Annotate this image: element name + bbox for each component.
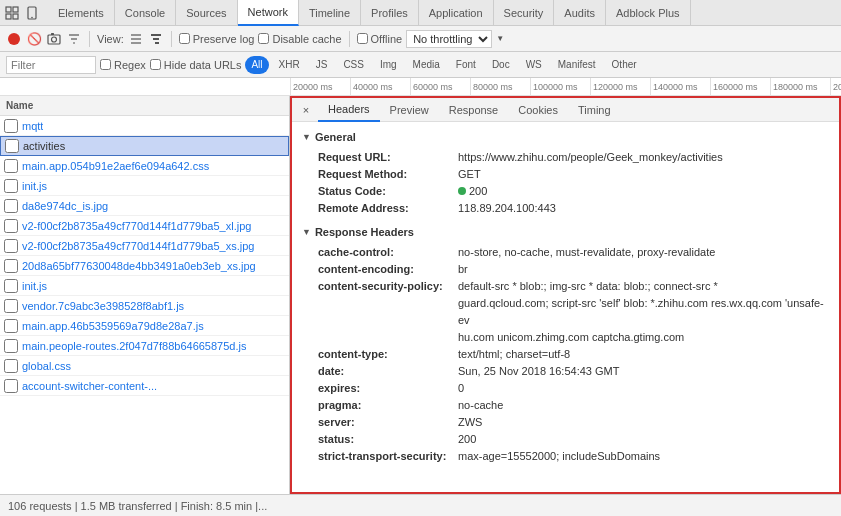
list-item[interactable]: v2-f00cf2b8735a49cf770d144f1d779ba5_xs.j… xyxy=(0,236,289,256)
request-url-value: https://www.zhihu.com/people/Geek_monkey… xyxy=(458,149,723,166)
list-item[interactable]: v2-f00cf2b8735a49cf770d144f1d779ba5_xl.j… xyxy=(0,216,289,236)
tab-audits[interactable]: Audits xyxy=(554,0,606,26)
filter-xhr-btn[interactable]: XHR xyxy=(273,56,306,74)
list-item-checkbox[interactable] xyxy=(5,139,19,153)
filter-input[interactable] xyxy=(6,56,96,74)
tab-cookies[interactable]: Cookies xyxy=(508,98,568,122)
list-item-checkbox[interactable] xyxy=(4,179,18,193)
toolbar-divider xyxy=(89,31,90,47)
view-waterfall-button[interactable] xyxy=(148,31,164,47)
filter-manifest-btn[interactable]: Manifest xyxy=(552,56,602,74)
disable-cache-checkbox[interactable]: Disable cache xyxy=(258,33,341,45)
list-item[interactable]: 20d8a65bf77630048de4bb3491a0eb3eb_xs.jpg xyxy=(0,256,289,276)
status-text: 106 requests | 1.5 MB transferred | Fini… xyxy=(8,500,267,512)
tab-response[interactable]: Response xyxy=(439,98,509,122)
response-header-row: content-encoding:br xyxy=(302,261,829,278)
tab-headers[interactable]: Headers xyxy=(318,98,380,122)
filter-img-btn[interactable]: Img xyxy=(374,56,403,74)
list-item[interactable]: global.css xyxy=(0,356,289,376)
list-item-checkbox[interactable] xyxy=(4,219,18,233)
list-item-checkbox[interactable] xyxy=(4,279,18,293)
list-item-checkbox[interactable] xyxy=(4,339,18,353)
tab-preview[interactable]: Preview xyxy=(380,98,439,122)
hide-data-urls-checkbox[interactable]: Hide data URLs xyxy=(150,59,242,71)
record-button[interactable] xyxy=(6,31,22,47)
response-header-row: content-type:text/html; charset=utf-8 xyxy=(302,346,829,363)
list-item-checkbox[interactable] xyxy=(4,239,18,253)
list-item[interactable]: main.app.054b91e2aef6e094a642.css xyxy=(0,156,289,176)
list-item-checkbox[interactable] xyxy=(4,319,18,333)
filter-font-btn[interactable]: Font xyxy=(450,56,482,74)
svg-rect-0 xyxy=(6,7,11,12)
response-header-key: pragma: xyxy=(318,397,458,414)
list-item[interactable]: main.app.46b5359569a79d8e28a7.js xyxy=(0,316,289,336)
list-item-name: mqtt xyxy=(22,120,43,132)
tab-application[interactable]: Application xyxy=(419,0,494,26)
tab-network[interactable]: Network xyxy=(238,0,299,26)
filter-ws-btn[interactable]: WS xyxy=(520,56,548,74)
tab-security[interactable]: Security xyxy=(494,0,555,26)
list-item-checkbox[interactable] xyxy=(4,119,18,133)
list-item-checkbox[interactable] xyxy=(4,259,18,273)
toolbar-divider2 xyxy=(171,31,172,47)
response-headers-list: cache-control:no-store, no-cache, must-r… xyxy=(302,244,829,465)
throttling-select[interactable]: No throttling Fast 3G Slow 3G Offline xyxy=(406,30,492,48)
list-item[interactable]: main.people-routes.2f047d7f88b64665875d.… xyxy=(0,336,289,356)
list-item[interactable]: init.js xyxy=(0,176,289,196)
response-header-key: date: xyxy=(318,363,458,380)
request-method-key: Request Method: xyxy=(318,166,458,183)
response-header-value: text/html; charset=utf-8 xyxy=(458,346,570,363)
filter-button[interactable] xyxy=(66,31,82,47)
response-header-value: 200 xyxy=(458,431,476,448)
list-item[interactable]: init.js xyxy=(0,276,289,296)
inspect-icon[interactable] xyxy=(4,5,20,21)
svg-rect-8 xyxy=(51,33,54,35)
tab-elements[interactable]: Elements xyxy=(48,0,115,26)
tab-adblock[interactable]: Adblock Plus xyxy=(606,0,691,26)
close-button[interactable]: × xyxy=(298,102,314,118)
response-header-row: content-security-policy:default-src * bl… xyxy=(302,278,829,295)
response-header-key xyxy=(318,329,458,346)
list-item[interactable]: da8e974dc_is.jpg xyxy=(0,196,289,216)
list-item-name: v2-f00cf2b8735a49cf770d144f1d779ba5_xl.j… xyxy=(22,220,251,232)
response-header-key: cache-control: xyxy=(318,244,458,261)
tab-sources[interactable]: Sources xyxy=(176,0,237,26)
tab-timing[interactable]: Timing xyxy=(568,98,621,122)
timeline-tick: 180000 ms xyxy=(770,78,830,96)
svg-point-7 xyxy=(52,37,57,42)
view-list-button[interactable] xyxy=(128,31,144,47)
list-item[interactable]: account-switcher-content-... xyxy=(0,376,289,396)
capture-screenshot-button[interactable] xyxy=(46,31,62,47)
offline-checkbox[interactable]: Offline xyxy=(357,33,403,45)
list-item-checkbox[interactable] xyxy=(4,299,18,313)
list-item-checkbox[interactable] xyxy=(4,159,18,173)
toolbar-divider3 xyxy=(349,31,350,47)
regex-checkbox[interactable]: Regex xyxy=(100,59,146,71)
list-item[interactable]: vendor.7c9abc3e398528f8abf1.js xyxy=(0,296,289,316)
svg-rect-16 xyxy=(153,38,159,40)
filter-doc-btn[interactable]: Doc xyxy=(486,56,516,74)
preserve-log-checkbox[interactable]: Preserve log xyxy=(179,33,255,45)
filter-other-btn[interactable]: Other xyxy=(606,56,643,74)
filter-css-btn[interactable]: CSS xyxy=(337,56,370,74)
tab-console[interactable]: Console xyxy=(115,0,176,26)
clear-button[interactable]: 🚫 xyxy=(26,31,42,47)
general-section-header: ▼ General xyxy=(302,128,829,146)
filter-media-btn[interactable]: Media xyxy=(407,56,446,74)
remote-address-value: 118.89.204.100:443 xyxy=(458,200,556,217)
status-code-key: Status Code: xyxy=(318,183,458,200)
list-item-checkbox[interactable] xyxy=(4,359,18,373)
list-item[interactable]: activities xyxy=(0,136,289,156)
tab-timeline[interactable]: Timeline xyxy=(299,0,361,26)
mobile-icon[interactable] xyxy=(24,5,40,21)
timeline-row: 20000 ms40000 ms60000 ms80000 ms100000 m… xyxy=(0,78,841,96)
list-item-checkbox[interactable] xyxy=(4,379,18,393)
list-item-checkbox[interactable] xyxy=(4,199,18,213)
filter-js-btn[interactable]: JS xyxy=(310,56,334,74)
filter-icon xyxy=(67,32,81,46)
response-header-key xyxy=(318,295,458,329)
filter-all-btn[interactable]: All xyxy=(245,56,268,74)
list-item-name: da8e974dc_is.jpg xyxy=(22,200,108,212)
list-item[interactable]: mqtt xyxy=(0,116,289,136)
tab-profiles[interactable]: Profiles xyxy=(361,0,419,26)
